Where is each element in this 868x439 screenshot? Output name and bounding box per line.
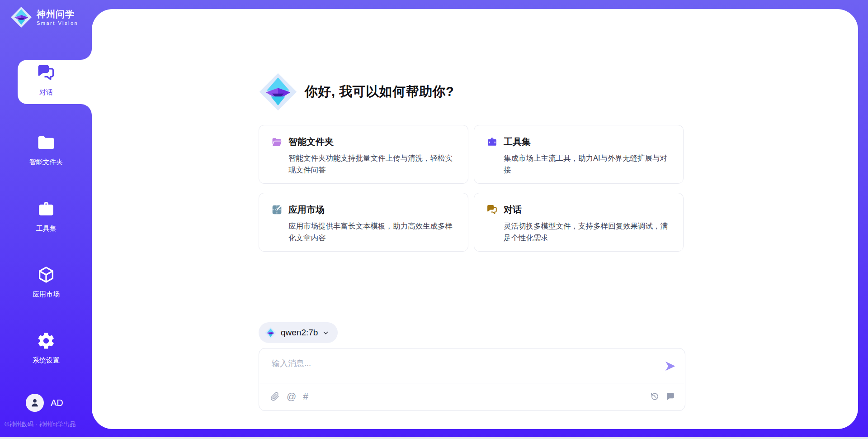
card-description: 智能文件夹功能支持批量文件上传与清洗，轻松实现文件问答 (288, 152, 456, 176)
card-chat[interactable]: 对话 灵活切换多模型文件，支持多样回复效果调试，满足个性化需求 (474, 193, 684, 252)
composer-divider (259, 383, 685, 383)
sidebar-item-label: 系统设置 (33, 356, 60, 365)
toolbox-icon (486, 136, 498, 148)
composer-left-tools: @ # (270, 391, 308, 401)
send-icon[interactable] (664, 360, 676, 372)
card-toolset[interactable]: 工具集 集成市场上主流工具，助力AI与外界无缝扩展与对接 (474, 125, 684, 184)
card-app-market[interactable]: 应用市场 应用市场提供丰富长文本模板，助力高效生成多样化文章内容 (259, 193, 468, 252)
app-grid-icon (271, 204, 283, 215)
toolbox-icon (37, 200, 56, 219)
brand-diamond-icon (258, 72, 298, 112)
chat-icon (37, 63, 56, 82)
card-title: 智能文件夹 (288, 136, 334, 148)
card-description: 应用市场提供丰富长文本模板，助力高效生成多样化文章内容 (288, 220, 456, 243)
brand-diamond-icon (10, 6, 33, 29)
person-icon (29, 397, 40, 408)
card-header: 应用市场 (271, 204, 456, 216)
card-description: 灵活切换多模型文件，支持多样回复效果调试，满足个性化需求 (504, 220, 671, 243)
brand-diamond-icon (264, 327, 277, 339)
brand-logo: 神州问学 Smart Vision (10, 6, 78, 29)
sidebar-item-label: 应用市场 (33, 290, 60, 299)
sidebar-item-toolset[interactable]: 工具集 (0, 200, 92, 233)
paperclip-icon[interactable] (270, 391, 280, 401)
card-header: 对话 (486, 204, 671, 216)
composer-right-tools (650, 391, 675, 401)
sidebar-item-smart-folder[interactable]: 智能文件夹 (0, 133, 92, 167)
card-smart-folder[interactable]: 智能文件夹 智能文件夹功能支持批量文件上传与清洗，轻松实现文件问答 (259, 125, 468, 184)
model-name: qwen2:7b (281, 328, 318, 338)
history-icon[interactable] (650, 391, 660, 401)
chevron-down-icon (322, 329, 330, 337)
comment-icon[interactable] (665, 391, 675, 401)
sidebar-item-system-settings[interactable]: 系统设置 (0, 331, 92, 365)
copyright-footer: ©神州数码 · 神州问学出品 (5, 420, 75, 429)
greeting-title: 你好, 我可以如何帮助你? (305, 83, 454, 101)
gear-icon (37, 331, 56, 350)
folder-icon (37, 133, 56, 152)
chat-icon (486, 204, 498, 215)
card-description: 集成市场上主流工具，助力AI与外界无缝扩展与对接 (504, 152, 671, 176)
brand-subtitle: Smart Vision (37, 20, 78, 26)
card-title: 工具集 (504, 136, 531, 148)
model-selector[interactable]: qwen2:7b (259, 322, 338, 343)
cube-icon (37, 265, 56, 284)
avatar (26, 394, 44, 412)
user-initials: AD (51, 398, 63, 408)
feature-cards: 智能文件夹 智能文件夹功能支持批量文件上传与清洗，轻松实现文件问答 工具集 集成… (259, 125, 684, 252)
folder-open-icon (271, 136, 283, 148)
hero-greeting: 你好, 我可以如何帮助你? (258, 72, 454, 112)
brand-text: 神州问学 Smart Vision (37, 9, 78, 26)
horizontal-scrollbar[interactable] (0, 437, 868, 439)
sidebar-item-label: 智能文件夹 (29, 158, 63, 167)
card-title: 应用市场 (288, 204, 325, 216)
at-icon[interactable]: @ (287, 391, 296, 401)
message-composer: @ # (259, 348, 685, 411)
sidebar-item-chat[interactable]: 对话 (0, 63, 92, 97)
sidebar-item-app-market[interactable]: 应用市场 (0, 265, 92, 299)
user-profile[interactable]: AD (26, 394, 63, 412)
message-input[interactable] (271, 357, 655, 380)
card-header: 智能文件夹 (271, 136, 456, 148)
sidebar-item-label: 工具集 (36, 224, 57, 233)
brand-name: 神州问学 (37, 9, 78, 19)
sidebar-item-label: 对话 (39, 88, 53, 97)
card-title: 对话 (504, 204, 522, 216)
hash-icon[interactable]: # (303, 391, 308, 401)
card-header: 工具集 (486, 136, 671, 148)
